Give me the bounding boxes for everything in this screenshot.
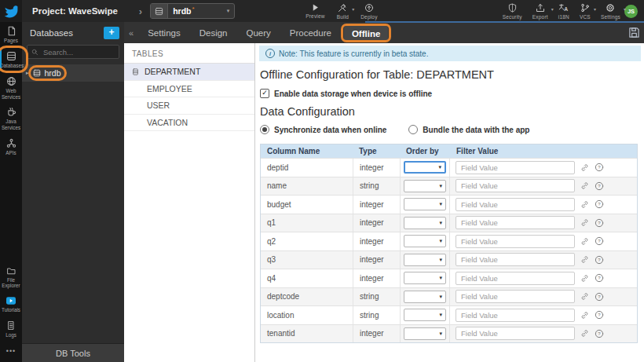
table-item-department[interactable]: DEPARTMENT (124, 63, 254, 80)
sidebar-item-databases[interactable]: Databases (0, 47, 22, 72)
tab-query[interactable]: Query (237, 25, 280, 41)
sidebar-item-web-services[interactable]: Web Services (0, 72, 22, 104)
filter-value-input[interactable] (456, 235, 575, 248)
filter-value-input[interactable] (456, 216, 575, 229)
i18n-button[interactable]: A i18N (558, 3, 569, 20)
bind-link-icon[interactable] (580, 311, 589, 320)
table-item-user[interactable]: USER (124, 97, 254, 114)
filter-value-input[interactable] (456, 327, 575, 340)
order-by-select[interactable] (404, 217, 446, 229)
table-item-employee[interactable]: EMPLOYEE (124, 80, 254, 97)
help-icon[interactable]: ? (595, 236, 604, 246)
radio-synchronize[interactable]: Synchronize data when online (260, 125, 386, 134)
tab-procedure[interactable]: Procedure (280, 25, 341, 41)
help-icon[interactable]: ? (595, 310, 604, 320)
more-options-icon[interactable] (0, 342, 22, 360)
wavemaker-logo-icon[interactable] (0, 0, 22, 22)
tables-panel: TABLES DEPARTMENT EMPLOYEE USER VACATION (124, 43, 255, 362)
export-button[interactable]: Export (532, 3, 548, 20)
table-row: budget integer ? (261, 195, 637, 214)
header-filter-value: Filter Value (450, 147, 637, 155)
bind-link-icon[interactable] (580, 218, 589, 227)
order-by-select[interactable] (404, 235, 446, 247)
filter-value-input[interactable] (456, 253, 575, 266)
tab-offline[interactable]: Offline (344, 26, 388, 42)
order-by-select[interactable] (404, 272, 446, 284)
beta-note-banner: Note: This feature is currently in beta … (259, 46, 641, 61)
order-by-select[interactable] (404, 161, 446, 174)
help-icon[interactable]: ? (595, 199, 604, 209)
dropdown-caret-icon (439, 294, 442, 300)
order-by-select[interactable] (404, 309, 446, 321)
bind-link-icon[interactable] (580, 292, 589, 301)
order-by-select[interactable] (404, 180, 446, 192)
help-icon[interactable]: ? (595, 218, 604, 228)
column-type-cell: integer (353, 232, 400, 250)
sidebar-item-apis[interactable]: APIs (0, 134, 22, 159)
database-tree-item-hrdb[interactable]: hrdb (22, 64, 124, 82)
database-search[interactable] (27, 45, 119, 59)
table-row: tenantid integer ? (261, 324, 637, 343)
order-by-select[interactable] (404, 198, 446, 210)
svg-text:?: ? (598, 294, 601, 299)
add-database-button[interactable]: + (104, 27, 119, 39)
column-name-cell: name (261, 177, 353, 196)
filter-value-input[interactable] (456, 161, 575, 174)
table-item-vacation[interactable]: VACATION (124, 114, 254, 132)
table-row: name string ? (261, 177, 637, 196)
sidebar-item-java-services[interactable]: Java Services (0, 103, 22, 134)
bind-link-icon[interactable] (580, 329, 589, 338)
bind-link-icon[interactable] (580, 274, 589, 283)
utility-actions-group: Security Export A i18N VCS Settings (503, 3, 620, 20)
user-avatar[interactable]: JS (624, 5, 638, 18)
collapse-panel-icon[interactable] (129, 28, 134, 38)
bind-link-icon[interactable] (580, 255, 589, 264)
bind-link-icon[interactable] (580, 181, 589, 190)
bind-link-icon[interactable] (580, 200, 589, 209)
radio-button-icon[interactable] (408, 125, 418, 134)
deploy-button[interactable]: Deploy (360, 3, 377, 20)
db-tools-button[interactable]: DB Tools (22, 343, 124, 362)
bind-link-icon[interactable] (580, 237, 589, 246)
filter-value-input[interactable] (456, 290, 575, 303)
expand-arrow-icon[interactable] (26, 70, 29, 76)
vcs-button[interactable]: VCS (580, 3, 591, 20)
svg-text:?: ? (598, 184, 601, 188)
search-input[interactable] (42, 47, 115, 57)
filter-value-input[interactable] (456, 198, 575, 211)
security-button[interactable]: Security (503, 3, 522, 20)
order-by-select[interactable] (404, 327, 446, 340)
save-button[interactable] (628, 27, 640, 38)
radio-button-icon[interactable] (260, 125, 269, 134)
filter-value-input[interactable] (456, 309, 575, 322)
enable-offline-checkbox[interactable] (260, 89, 269, 98)
help-icon[interactable]: ? (595, 181, 604, 191)
tab-design[interactable]: Design (190, 25, 237, 41)
sidebar-item-pages[interactable]: Pages (0, 22, 22, 47)
order-by-select[interactable] (404, 254, 446, 266)
order-by-select[interactable] (404, 291, 446, 303)
help-icon[interactable]: ? (595, 292, 604, 302)
bind-link-icon[interactable] (580, 163, 589, 172)
build-button[interactable]: Build (337, 3, 349, 20)
help-icon[interactable]: ? (595, 163, 604, 172)
database-selector-dropdown[interactable]: hrdb * (150, 3, 235, 19)
radio-bundle[interactable]: Bundle the data with the app (408, 125, 529, 134)
help-icon[interactable]: ? (595, 329, 604, 338)
sidebar-item-logs[interactable]: Logs (0, 316, 22, 342)
sidebar-item-file-explorer[interactable]: File Explorer (0, 262, 22, 293)
tab-settings[interactable]: Settings (138, 25, 190, 41)
help-icon[interactable]: ? (595, 273, 604, 283)
tables-panel-title: TABLES (124, 43, 254, 63)
preview-button[interactable]: Preview (306, 3, 325, 20)
note-text: Note: This feature is currently in beta … (279, 49, 428, 58)
filter-value-input[interactable] (456, 272, 575, 285)
table-row: q1 integer ? (261, 214, 637, 232)
filter-value-input[interactable] (456, 179, 575, 192)
table-item-label: VACATION (147, 118, 188, 127)
help-icon[interactable]: ? (595, 255, 604, 265)
settings-button[interactable]: Settings (601, 3, 620, 20)
sidebar-item-tutorials[interactable]: Tutorials (0, 292, 22, 316)
chevron-down-icon (624, 6, 626, 12)
database-name-label: hrdb (45, 68, 61, 78)
